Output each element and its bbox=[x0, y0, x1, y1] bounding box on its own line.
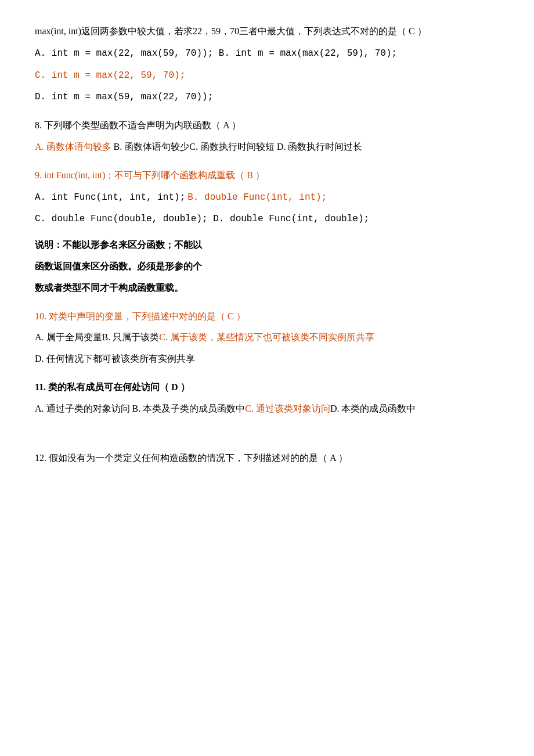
q8-intro: 8. 下列哪个类型函数不适合声明为内联函数（ A ） bbox=[35, 117, 499, 134]
question-8: 8. 下列哪个类型函数不适合声明为内联函数（ A ） A. 函数体语句较多 B.… bbox=[35, 117, 499, 156]
q11-options-ab: A. 通过子类的对象访问 B. 本类及子类的成员函数中C. 通过该类对象访问D.… bbox=[35, 401, 499, 417]
q8-intro-text: 8. 下列哪个类型函数不适合声明为内联函数（ A ） bbox=[35, 120, 241, 130]
q11-ab-text: A. 通过子类的对象访问 B. 本类及子类的成员函数中 bbox=[35, 404, 245, 413]
question-12: 12. 假如没有为一个类定义任何构造函数的情况下，下列描述对的的是（ A ） bbox=[35, 450, 499, 467]
q7-c-text: C. int m = max(22, 59, 70); bbox=[35, 70, 185, 81]
q9-options-ab: A. int Func(int, int, int); B. double Fu… bbox=[35, 189, 499, 206]
question-11: 11. 类的私有成员可在何处访问（ D ） A. 通过子类的对象访问 B. 本类… bbox=[35, 379, 499, 438]
q10-option-d: D. 任何情况下都可被该类所有实例共享 bbox=[35, 351, 499, 368]
q12-intro: 12. 假如没有为一个类定义任何构造函数的情况下，下列描述对的的是（ A ） bbox=[35, 450, 499, 467]
question-10: 10. 对类中声明的变量，下列描述中对的的是（ C ） A. 属于全局变量B. … bbox=[35, 308, 499, 368]
q8-bcd-text: B. 函数体语句较少C. 函数执行时间较短 D. 函数执行时间过长 bbox=[111, 142, 363, 152]
q9-note3: 数或者类型不同才干构成函数重载。 bbox=[35, 280, 499, 297]
q7-option-c: C. int m = max(22, 59, 70); bbox=[35, 67, 499, 84]
q9-b-text: B. double Func(int, int); bbox=[187, 192, 327, 203]
q11-d-text: D. 本类的成员函数中 bbox=[330, 404, 416, 413]
q7-option-d: D. int m = max(59, max(22, 70)); bbox=[35, 88, 499, 106]
q11-intro: 11. 类的私有成员可在何处访问（ D ） bbox=[35, 379, 499, 396]
q11-spacer bbox=[35, 422, 499, 439]
q7-intro-text: max(int, int)返回两参数中较大值，若求22，59，70三者中最大值，… bbox=[35, 26, 427, 36]
q7-intro: max(int, int)返回两参数中较大值，若求22，59，70三者中最大值，… bbox=[35, 23, 499, 40]
q9-note2-text: 函数返回值来区分函数。必须是形参的个 bbox=[35, 261, 202, 271]
question-9: 9. int Func(int, int)；不可与下列哪个函数构成重载（ B ）… bbox=[35, 167, 499, 297]
q9-intro: 9. int Func(int, int)；不可与下列哪个函数构成重载（ B ） bbox=[35, 167, 499, 184]
q10-intro-text: 10. 对类中声明的变量，下列描述中对的的是（ C ） bbox=[35, 311, 246, 321]
q9-note3-text: 数或者类型不同才干构成函数重载。 bbox=[35, 283, 183, 293]
q9-note2: 函数返回值来区分函数。必须是形参的个 bbox=[35, 258, 499, 275]
q8-a-text: A. 函数体语句较多 bbox=[35, 142, 111, 152]
q9-a-text: A. int Func(int, int, int); bbox=[35, 192, 185, 203]
q7-options-ab: A. int m = max(22, max(59, 70)); B. int … bbox=[35, 45, 499, 62]
q8-options: A. 函数体语句较多 B. 函数体语句较少C. 函数执行时间较短 D. 函数执行… bbox=[35, 139, 499, 156]
question-7: max(int, int)返回两参数中较大值，若求22，59，70三者中最大值，… bbox=[35, 23, 499, 106]
q11-c-text: C. 通过该类对象访问 bbox=[245, 404, 330, 413]
q10-intro: 10. 对类中声明的变量，下列描述中对的的是（ C ） bbox=[35, 308, 499, 325]
q9-note1-text: 说明：不能以形参名来区分函数；不能以 bbox=[35, 240, 202, 250]
q10-d-text: D. 任何情况下都可被该类所有实例共享 bbox=[35, 354, 195, 363]
q11-intro-text: 11. 类的私有成员可在何处访问（ D ） bbox=[35, 382, 190, 392]
q12-intro-text: 12. 假如没有为一个类定义任何构造函数的情况下，下列描述对的的是（ A ） bbox=[35, 453, 348, 463]
q7-d-text: D. int m = max(59, max(22, 70)); bbox=[35, 92, 213, 102]
q9-cd-text: C. double Func(double, double); D. doubl… bbox=[35, 214, 369, 224]
q9-intro-text: 9. int Func(int, int)；不可与下列哪个函数构成重载（ B ） bbox=[35, 170, 265, 180]
q9-options-cd: C. double Func(double, double); D. doubl… bbox=[35, 210, 499, 228]
page-content: max(int, int)返回两参数中较大值，若求22，59，70三者中最大值，… bbox=[35, 23, 499, 467]
q10-ab-text: A. 属于全局变量B. 只属于该类 bbox=[35, 332, 159, 342]
q9-note1: 说明：不能以形参名来区分函数；不能以 bbox=[35, 237, 499, 254]
q10-options-ab-c: A. 属于全局变量B. 只属于该类C. 属于该类，某些情况下也可被该类不同实例所… bbox=[35, 329, 499, 346]
q10-c-text: C. 属于该类，某些情况下也可被该类不同实例所共享 bbox=[159, 332, 374, 342]
q7-ab-text: A. int m = max(22, max(59, 70)); B. int … bbox=[35, 48, 397, 59]
